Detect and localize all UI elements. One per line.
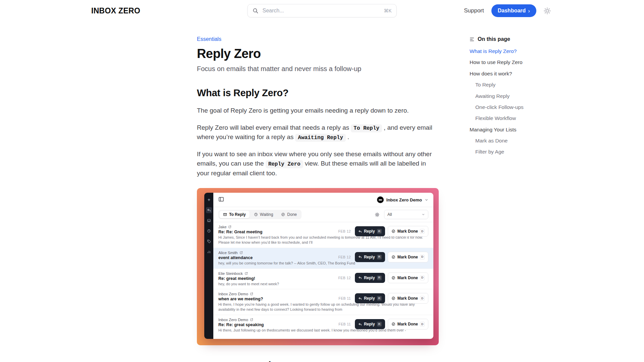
reply-zero-screenshot: Inbox Zero Demo To Reply — [197, 188, 439, 345]
logo[interactable]: INBOX ZERO — [91, 6, 140, 15]
reply-shortcut-key: R — [377, 229, 382, 234]
chevron-down-icon — [422, 213, 425, 216]
mark-done-button: Mark Done D — [388, 273, 428, 283]
toc-item[interactable]: Filter by Age — [470, 148, 542, 155]
external-link-icon — [239, 251, 243, 254]
site-header: INBOX ZERO ⌘K Support Dashboard › — [0, 0, 644, 21]
demo-top-bar: Inbox Zero Demo — [213, 193, 433, 207]
reply-arrow-icon — [358, 297, 362, 300]
article: Essentials Reply Zero Focus on emails th… — [197, 36, 439, 362]
email-sender: Alice Smith — [218, 251, 238, 255]
code-to-reply: To Reply — [351, 124, 382, 132]
reply-shortcut-key: R — [377, 322, 382, 326]
inbox-icon — [206, 218, 212, 224]
toc-title: On this page — [478, 36, 510, 42]
dashboard-button[interactable]: Dashboard › — [491, 4, 536, 17]
paragraph-2: Reply Zero will label every email that n… — [197, 123, 439, 142]
tab-to-reply: To Reply — [219, 211, 250, 218]
email-date: FEB 12 — [338, 255, 351, 259]
email-sender: Inbox Zero Demo — [218, 292, 248, 296]
filter-dropdown: All — [384, 210, 428, 219]
paragraph-2-text: . — [347, 133, 349, 140]
page-subtitle: Focus on emails that matter and never mi… — [197, 65, 439, 73]
reply-shortcut-key: R — [377, 276, 382, 280]
reply-arrow-icon — [358, 230, 362, 233]
reply-button: Reply R — [355, 226, 385, 236]
toc-item[interactable]: Mark as Done — [470, 137, 542, 144]
email-row-actions: FEB 11 Reply R Mark Done — [338, 293, 428, 304]
mark-done-label: Mark Done — [397, 322, 418, 326]
search-input[interactable] — [262, 7, 381, 14]
reply-label: Reply — [364, 255, 375, 259]
reply-arrow-icon — [358, 276, 362, 280]
email-list: Jake Re: Re: Great meeting Hi James, Sin… — [213, 222, 433, 339]
clock-icon — [254, 213, 258, 217]
dashboard-label: Dashboard — [498, 8, 526, 14]
check-circle-icon — [281, 213, 285, 217]
theme-toggle-button[interactable] — [544, 7, 551, 14]
toc-list: What is Reply Zero?How to use Reply Zero… — [470, 48, 542, 155]
sparkles-icon — [206, 197, 212, 203]
reply-arrow-icon — [358, 322, 362, 326]
mark-done-button: Mark Done D — [388, 252, 428, 262]
mark-done-button: Mark Done D — [388, 293, 428, 304]
toc-item[interactable]: How to use Reply Zero — [470, 59, 542, 65]
demo-toolbar-right: All — [375, 210, 428, 219]
tab-done: Done — [277, 211, 301, 218]
toc-item[interactable]: Flexible Workflow — [470, 115, 542, 121]
mark-done-button: Mark Done D — [388, 226, 428, 237]
mark-done-label: Mark Done — [397, 255, 418, 259]
email-date: FEB 12 — [338, 276, 351, 280]
tag-icon — [206, 238, 212, 244]
check-circle-icon — [391, 229, 395, 233]
email-sender: Inbox Zero Demo — [218, 318, 248, 322]
reply-icon — [206, 207, 212, 213]
check-circle-icon — [391, 296, 395, 300]
reply-button: Reply R — [355, 273, 385, 283]
demo-app-window: Inbox Zero Demo To Reply — [204, 193, 433, 339]
reply-button: Reply R — [355, 293, 385, 303]
support-link[interactable]: Support — [464, 7, 484, 14]
email-date: FEB 12 — [338, 229, 351, 233]
toc-item[interactable]: What is Reply Zero? — [470, 48, 542, 54]
demo-toolbar: To Reply Waiting Done — [213, 207, 433, 222]
header-actions: Support Dashboard › — [464, 4, 551, 17]
email-row-actions: FEB 12 Reply R Mark Done — [338, 226, 428, 237]
external-link-icon — [250, 292, 253, 296]
panel-left-icon — [218, 196, 224, 203]
reply-shortcut-key: R — [377, 296, 382, 301]
email-row: Elie Steinbock Re: great meeting! hey, d… — [213, 269, 433, 290]
breadcrumb[interactable]: Essentials — [197, 36, 221, 42]
toc-item[interactable]: To Reply — [470, 81, 542, 88]
code-awaiting-reply: Awaiting Reply — [295, 134, 345, 142]
toc-item[interactable]: One-click Follow-ups — [470, 104, 542, 110]
stats-icon — [206, 249, 212, 255]
tab-label: Done — [287, 212, 297, 217]
email-row: Alice Smith event attendance hey, will y… — [213, 248, 433, 269]
paragraph-2-text: Reply Zero will label every email that n… — [197, 124, 349, 131]
mark-done-shortcut-key: D — [420, 276, 425, 280]
reply-label: Reply — [364, 229, 375, 234]
email-date: FEB 11 — [338, 296, 351, 300]
search-bar[interactable]: ⌘K — [248, 4, 397, 17]
paragraph-3: If you want to see an inbox view where y… — [197, 149, 439, 178]
demo-sidebar-rail — [204, 193, 213, 339]
page-title: Reply Zero — [197, 47, 439, 61]
reply-arrow-icon — [358, 255, 362, 259]
toc-item[interactable]: How does it work? — [470, 70, 542, 77]
mark-done-shortcut-key: D — [420, 322, 425, 326]
tab-label: To Reply — [229, 212, 246, 217]
mark-done-shortcut-key: D — [420, 296, 425, 301]
table-of-contents: On this page What is Reply Zero?How to u… — [470, 36, 542, 155]
page-body: Essentials Reply Zero Focus on emails th… — [0, 21, 644, 362]
tab-label: Waiting — [260, 212, 273, 217]
check-circle-icon — [391, 255, 395, 259]
email-row-actions: FEB 11 Reply R Mark Done — [338, 319, 428, 329]
external-link-icon — [250, 318, 253, 321]
toc-item[interactable]: Managing Your Lists — [470, 126, 542, 133]
toc-item[interactable]: Awaiting Reply — [470, 93, 542, 99]
external-link-icon — [228, 225, 231, 229]
demo-account-switcher: Inbox Zero Demo — [377, 196, 428, 203]
gear-icon — [375, 212, 380, 217]
check-circle-icon — [391, 276, 395, 280]
